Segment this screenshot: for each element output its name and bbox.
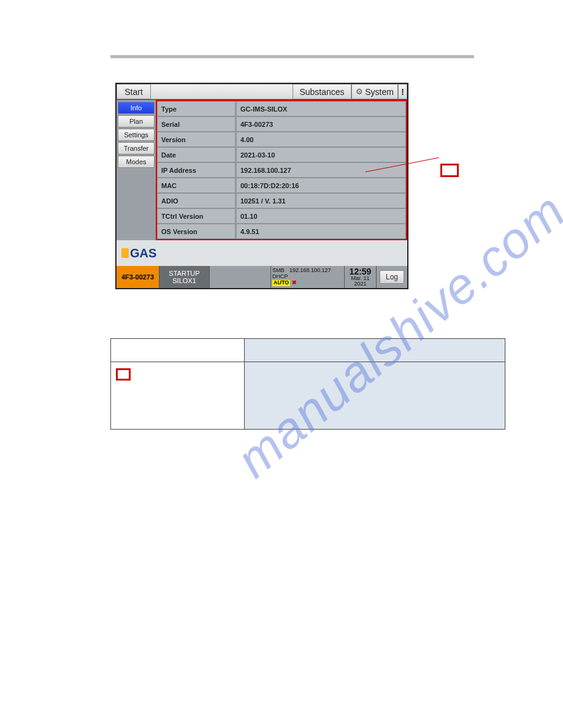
info-key: IP Address [157, 162, 236, 178]
status-ip: 192.168.100.127 [289, 268, 331, 274]
status-log-wrap: Log [377, 266, 407, 288]
callout-box [440, 164, 459, 177]
status-mode: STARTUP SILOX1 [159, 266, 210, 288]
status-clock: 12:59 [350, 267, 372, 276]
desc-header-left [111, 339, 245, 362]
desc-body-right [245, 362, 505, 430]
info-val: GC-IMS-SILOX [236, 101, 406, 116]
info-key: MAC [157, 178, 236, 193]
info-val: 4F3-00273 [236, 116, 406, 132]
info-val: 2021-03-10 [236, 147, 406, 162]
info-val: 01.10 [236, 208, 406, 224]
status-time: 12:59 Mar. 11 2021 [345, 266, 377, 288]
logo-text: GAS [130, 246, 156, 260]
status-mode-1: STARTUP [169, 270, 199, 277]
table-row: IP Address192.168.100.127 [157, 162, 406, 178]
start-button[interactable]: Start [117, 84, 151, 99]
logo-bar: GAS [117, 240, 407, 266]
desc-body-left [111, 362, 245, 430]
system-button[interactable]: ⚙System [351, 84, 398, 99]
top-toolbar: Start Substances ⚙System ! [117, 84, 407, 100]
sidemenu-settings[interactable]: Settings [118, 129, 155, 141]
status-gap [210, 266, 271, 288]
sidemenu-transfer[interactable]: Transfer [118, 142, 155, 154]
status-year: 2021 [354, 281, 366, 287]
sidemenu-info[interactable]: Info [118, 102, 155, 114]
info-key: TCtrl Version [157, 208, 236, 224]
gear-icon: ⚙ [356, 87, 363, 96]
info-key: Version [157, 132, 236, 147]
status-auto: AUTO [272, 280, 290, 286]
sidemenu: Info Plan Settings Transfer Modes [117, 100, 156, 240]
info-val: 10251 / V. 1.31 [236, 193, 406, 208]
table-row: ADIO10251 / V. 1.31 [157, 193, 406, 208]
gas-logo: GAS [121, 246, 156, 260]
info-val: 4.00 [236, 132, 406, 147]
status-bar: 4F3-00273 STARTUP SILOX1 SMB 192.168.100… [117, 266, 407, 288]
toolbar-gap [151, 84, 293, 99]
logo-icon [121, 248, 129, 258]
sidemenu-modes[interactable]: Modes [118, 156, 155, 168]
info-key: Serial [157, 116, 236, 132]
info-key: ADIO [157, 193, 236, 208]
system-label: System [365, 87, 394, 97]
description-table [110, 338, 505, 430]
table-row: MAC00:18:7D:D2:20:16 [157, 178, 406, 193]
info-key: OS Version [157, 224, 236, 239]
table-row: OS Version4.9.51 [157, 224, 406, 239]
info-val: 00:18:7D:D2:20:16 [236, 178, 406, 193]
info-key: Date [157, 147, 236, 162]
info-val: 192.168.100.127 [236, 162, 406, 178]
table-row: Version4.00 [157, 132, 406, 147]
table-row: Date2021-03-10 [157, 147, 406, 162]
table-row: Serial4F3-00273 [157, 116, 406, 132]
info-key: Type [157, 101, 236, 116]
table-row: TypeGC-IMS-SILOX [157, 101, 406, 116]
callout-reference-box [116, 368, 131, 381]
desc-header-right [245, 339, 505, 362]
alert-button[interactable]: ! [398, 84, 407, 99]
device-screenshot: Start Substances ⚙System ! Info Plan Set… [115, 83, 408, 289]
status-mode-2: SILOX1 [172, 277, 196, 284]
substances-button[interactable]: Substances [293, 84, 351, 99]
info-table: TypeGC-IMS-SILOX Serial4F3-00273 Version… [156, 100, 407, 240]
status-network: SMB 192.168.100.127 DHCP AUTO✖ [271, 266, 345, 288]
info-val: 4.9.51 [236, 224, 406, 239]
top-divider [110, 55, 474, 58]
status-serial: 4F3-00273 [117, 266, 159, 288]
status-x-icon: ✖ [292, 280, 297, 286]
log-button[interactable]: Log [380, 270, 404, 284]
sidemenu-plan[interactable]: Plan [118, 115, 155, 127]
table-row: TCtrl Version01.10 [157, 208, 406, 224]
